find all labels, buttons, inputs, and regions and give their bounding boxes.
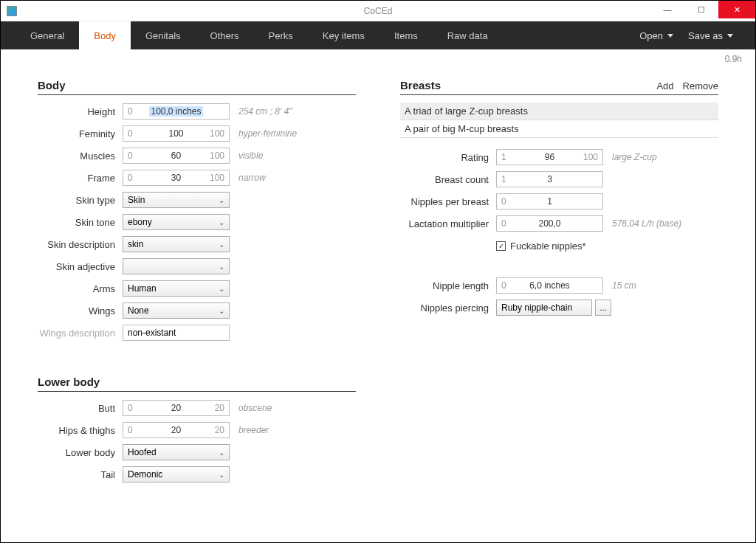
checkbox-icon: ✓ (496, 241, 506, 251)
titlebar: CoCEd — ☐ ✕ (1, 1, 755, 21)
label-npb: Nipples per breast (400, 196, 496, 207)
save-as-menu[interactable]: Save as (681, 21, 740, 49)
label-frame: Frame (38, 173, 123, 184)
app-icon (7, 6, 17, 16)
wings-combo[interactable]: None⌄ (123, 302, 230, 319)
label-skin-tone: Skin tone (38, 217, 123, 228)
rating-hint: large Z-cup (612, 152, 657, 162)
section-breasts-title: Breasts Add Remove (400, 79, 718, 95)
close-button[interactable]: ✕ (718, 1, 755, 18)
feminity-input[interactable]: 0 100 100 (123, 125, 230, 142)
skin-tone-combo[interactable]: ebony⌄ (123, 214, 230, 230)
tab-general[interactable]: General (16, 21, 79, 49)
nip-len-hint: 15 cm (612, 280, 636, 291)
tab-items[interactable]: Items (379, 21, 433, 49)
label-tail: Tail (38, 469, 123, 480)
label-butt: Butt (38, 403, 123, 414)
chevron-down-icon: ⌄ (219, 471, 224, 479)
label-skin-desc: Skin description (38, 239, 123, 250)
chevron-down-icon: ⌄ (219, 449, 224, 457)
chevron-down-icon: ⌄ (219, 241, 224, 249)
lact-input[interactable]: 0 200,0 (496, 215, 603, 232)
chevron-down-icon: ⌄ (219, 285, 224, 293)
npb-input[interactable]: 0 1 (496, 193, 603, 210)
muscles-hint: visible (238, 151, 263, 161)
lower-body-combo[interactable]: Hoofed⌄ (123, 444, 230, 460)
label-skin-type: Skin type (38, 195, 123, 206)
remove-button[interactable]: Remove (683, 80, 718, 91)
list-item[interactable]: A pair of big M-cup breasts (400, 120, 718, 138)
tab-body[interactable]: Body (79, 21, 131, 49)
hips-input[interactable]: 0 20 20 (123, 422, 230, 438)
arms-combo[interactable]: Human⌄ (123, 280, 230, 297)
chevron-down-icon (667, 34, 673, 38)
label-feminity: Feminity (38, 128, 123, 139)
chevron-down-icon: ⌄ (219, 263, 224, 271)
label-muscles: Muscles (38, 151, 123, 162)
maximize-button[interactable]: ☐ (684, 1, 718, 18)
feminity-hint: hyper-feminine (238, 128, 297, 139)
breast-count-input[interactable]: 1 3 (496, 171, 603, 187)
skin-desc-combo[interactable]: skin⌄ (123, 236, 230, 252)
chevron-down-icon: ⌄ (219, 307, 224, 315)
hips-hint: breeder (238, 425, 269, 435)
chevron-down-icon: ⌄ (219, 218, 224, 226)
chevron-down-icon (727, 34, 733, 38)
fuckable-nipples-checkbox[interactable]: ✓ Fuckable nipples* (496, 241, 586, 252)
add-button[interactable]: Add (656, 80, 673, 91)
frame-hint: narrow (238, 173, 266, 183)
minimize-button[interactable]: — (650, 1, 684, 18)
piercing-browse-button[interactable]: ... (595, 300, 611, 316)
label-lact: Lactation multiplier (400, 218, 496, 229)
tab-perks[interactable]: Perks (254, 21, 308, 49)
label-skin-adj: Skin adjective (38, 261, 123, 272)
tab-raw-data[interactable]: Raw data (433, 21, 503, 49)
open-menu[interactable]: Open (632, 21, 681, 49)
height-hint: 254 cm ; 8' 4" (238, 106, 292, 117)
label-hips: Hips & thighs (38, 425, 123, 436)
frame-input[interactable]: 0 30 100 (123, 170, 230, 186)
skin-adj-combo[interactable]: ⌄ (123, 258, 230, 274)
label-rating: Rating (400, 152, 496, 163)
label-lower-body: Lower body (38, 447, 123, 458)
tail-combo[interactable]: Demonic⌄ (123, 466, 230, 483)
label-wings: Wings (38, 305, 123, 317)
label-nipple-length: Nipple length (400, 280, 496, 291)
label-arms: Arms (38, 283, 123, 294)
label-nipples-piercing: Nipples piercing (400, 302, 496, 314)
list-item[interactable]: A triad of large Z-cup breasts (400, 103, 718, 120)
chevron-down-icon: ⌄ (219, 196, 224, 204)
version-label: 0.9h (1, 49, 755, 64)
tab-key-items[interactable]: Key items (308, 21, 379, 49)
tab-others[interactable]: Others (196, 21, 254, 49)
label-breast-count: Breast count (400, 174, 496, 185)
skin-type-combo[interactable]: Skin⌄ (123, 192, 230, 208)
label-wings-desc: Wings description (38, 328, 123, 339)
piercing-combo[interactable]: Ruby nipple-chain (496, 300, 592, 316)
menubar: General Body Genitals Others Perks Key i… (1, 21, 755, 49)
height-input[interactable]: 0 100,0 inches (123, 103, 230, 120)
muscles-input[interactable]: 0 60 100 (123, 148, 230, 164)
butt-input[interactable]: 0 20 20 (123, 400, 230, 416)
breast-rows-list: A triad of large Z-cup breasts A pair of… (400, 103, 718, 138)
label-height: Height (38, 106, 123, 117)
rating-input[interactable]: 1 96 100 (496, 149, 603, 165)
section-lower-title: Lower body (38, 376, 356, 392)
nipple-length-input[interactable]: 0 6,0 inches (496, 277, 603, 294)
butt-hint: obscene (238, 403, 272, 413)
window-title: CoCEd (364, 6, 393, 16)
lact-hint: 576,04 L/h (base) (612, 218, 681, 229)
wings-desc-input[interactable]: non-existant (123, 325, 230, 341)
tab-genitals[interactable]: Genitals (131, 21, 196, 49)
section-body-title: Body (38, 79, 356, 95)
